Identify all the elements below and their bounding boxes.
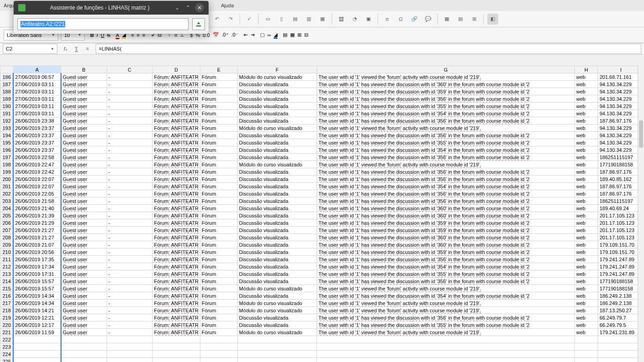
col-header-D[interactable]: D [153, 66, 200, 73]
row-header[interactable]: 212 [0, 263, 14, 270]
cell-style-icon[interactable]: ▦ [290, 32, 295, 38]
row-header[interactable]: 201 [0, 183, 14, 190]
table-row[interactable]: 224 [0, 351, 644, 358]
row-header[interactable]: 209 [0, 241, 14, 248]
table-row[interactable]: 189 27/06/2019 03:11 Guest user - Fórum:… [0, 95, 644, 103]
table-row[interactable]: 214 26/06/2019 15:57 Guest user - Fórum:… [0, 278, 644, 285]
border-color-icon[interactable]: ◢ [274, 32, 277, 38]
table-row[interactable]: 188 27/06/2019 03:11 Guest user - Fórum:… [0, 88, 644, 95]
table-row[interactable]: 197 26/06/2019 22:58 Guest user - Fórum:… [0, 154, 644, 161]
shrink-dialog-button[interactable] [192, 18, 205, 30]
close-icon[interactable]: ✕ [195, 3, 204, 12]
date-icon[interactable]: 📅 [213, 32, 219, 38]
table-row[interactable]: 206 26/06/2019 21:29 Guest user - Fórum:… [0, 219, 644, 227]
table-row[interactable]: 205 26/06/2019 21:39 Guest user - Fórum:… [0, 212, 644, 219]
sort-asc-icon[interactable]: ▤ [290, 14, 301, 25]
row-header[interactable]: 223 [0, 343, 14, 351]
table-row[interactable]: 187 27/06/2019 03:11 Guest user - Fórum:… [0, 81, 644, 88]
table-row[interactable]: 221 26/06/2019 11:59 Guest user - Fórum:… [0, 329, 644, 336]
split-icon[interactable]: ⊞ [469, 14, 480, 25]
col-header-G[interactable]: G [317, 66, 575, 73]
chart-icon[interactable]: ◔ [349, 14, 360, 25]
row-header[interactable]: 195 [0, 139, 14, 146]
table-row[interactable]: 208 26/06/2019 21:27 Guest user - Fórum:… [0, 234, 644, 241]
row-header[interactable]: 222 [0, 336, 14, 343]
row-header[interactable]: 221 [0, 329, 14, 336]
row-header[interactable]: 213 [0, 270, 14, 278]
spreadsheet-grid[interactable]: ABCDEFGHI 186 27/06/2019 06:57 Guest use… [0, 66, 644, 362]
row-header[interactable]: 217 [0, 300, 14, 307]
row-header[interactable]: 193 [0, 124, 14, 132]
cell-reference-input[interactable]: C2▼ [3, 44, 57, 54]
row-header[interactable]: 218 [0, 307, 14, 314]
table-row[interactable]: 193 26/06/2019 23:37 Guest user - Fórum:… [0, 124, 644, 132]
row-header[interactable]: 186 [0, 73, 14, 81]
assistant-range-input[interactable]: Anfiteatro.A2:I221 [17, 18, 189, 30]
row-header[interactable]: 189 [0, 95, 14, 103]
equals-icon[interactable]: = [83, 44, 92, 53]
row-header[interactable]: 191 [0, 110, 14, 117]
omega-icon[interactable]: Ω [395, 14, 406, 25]
table-row[interactable]: 200 26/06/2019 22:07 Guest user - Fórum:… [0, 176, 644, 183]
scrollbar-thumb[interactable] [639, 120, 643, 148]
row-header[interactable]: 194 [0, 132, 14, 139]
undo-icon[interactable]: ↶ [211, 14, 222, 25]
table-row[interactable]: 211 26/06/2019 17:35 Guest user - Fórum:… [0, 256, 644, 263]
row-header[interactable]: 196 [0, 146, 14, 154]
row-header[interactable]: 215 [0, 285, 14, 292]
chevron-down-icon[interactable]: ⌄ [173, 4, 181, 12]
spellcheck-icon[interactable]: ✓ [244, 14, 255, 25]
table-row[interactable]: 204 26/06/2019 21:40 Guest user - Fórum:… [0, 205, 644, 212]
row-header[interactable]: 210 [0, 248, 14, 256]
col-header-H[interactable]: H [575, 66, 598, 73]
table-row[interactable]: 223 [0, 343, 644, 351]
table-row[interactable]: 209 26/06/2019 21:07 Guest user - Fórum:… [0, 241, 644, 248]
col-header-F[interactable]: F [237, 66, 317, 73]
table-row[interactable]: 225 [0, 358, 644, 362]
row-header[interactable]: 203 [0, 197, 14, 205]
row-header[interactable]: 199 [0, 168, 14, 176]
freeze-icon[interactable]: ▤ [455, 14, 466, 25]
borders-icon[interactable]: ▢ [260, 32, 265, 38]
row-header[interactable]: 187 [0, 81, 14, 88]
row-header[interactable]: 224 [0, 351, 14, 358]
row-header[interactable]: 211 [0, 256, 14, 263]
table-row[interactable]: 217 26/06/2019 14:34 Guest user - Fórum:… [0, 300, 644, 307]
row-header[interactable]: 216 [0, 292, 14, 300]
row-header[interactable]: 206 [0, 219, 14, 227]
border-style-icon[interactable]: ═ [267, 32, 271, 38]
table-row[interactable]: 190 27/06/2019 03:11 Guest user - Fórum:… [0, 103, 644, 110]
headers-icon[interactable]: ▦ [441, 14, 452, 25]
table-row[interactable]: 196 26/06/2019 23:37 Guest user - Fórum:… [0, 146, 644, 154]
table-row[interactable]: 198 26/06/2019 22:47 Guest user - Fórum:… [0, 161, 644, 168]
sidebar-toggle-icon[interactable]: ◧ [487, 14, 498, 25]
redo-icon[interactable]: ↷ [225, 14, 236, 25]
sum-icon[interactable]: ∑ [72, 44, 81, 53]
row-header[interactable]: 198 [0, 161, 14, 168]
row-header[interactable]: 197 [0, 154, 14, 161]
table-row[interactable]: 201 26/06/2019 22:07 Guest user - Fórum:… [0, 183, 644, 190]
comment-icon[interactable]: 💬 [423, 14, 434, 25]
table-row[interactable]: 192 26/06/2019 23:38 Guest user - Fórum:… [0, 117, 644, 124]
row-header[interactable]: 188 [0, 88, 14, 95]
table-row[interactable]: 202 26/06/2019 22:05 Guest user - Fórum:… [0, 190, 644, 197]
formula-input[interactable]: =LINHAS( [96, 44, 641, 54]
table-row[interactable]: 203 26/06/2019 21:58 Guest user - Fórum:… [0, 197, 644, 205]
table-row[interactable]: 215 26/06/2019 15:57 Guest user - Fórum:… [0, 285, 644, 292]
row-icon[interactable]: ▭ [262, 14, 273, 25]
delete-rows-icon[interactable]: ⊟ [304, 32, 308, 38]
insert-rows-icon[interactable]: ⊞ [297, 32, 302, 38]
decimal-dec-icon[interactable]: .0⁻ [231, 32, 238, 38]
decimal-inc-icon[interactable]: .0⁺ [222, 32, 229, 38]
table-row[interactable]: 186 27/06/2019 06:57 Guest user - Fórum:… [0, 73, 644, 81]
table-row[interactable]: 219 26/06/2019 12:21 Guest user - Fórum:… [0, 314, 644, 321]
column-icon[interactable]: ▯ [276, 14, 287, 25]
table-row[interactable]: 195 26/06/2019 23:37 Guest user - Fórum:… [0, 139, 644, 146]
vertical-scrollbar[interactable] [638, 66, 644, 362]
row-header[interactable]: 208 [0, 234, 14, 241]
table-row[interactable]: 210 26/06/2019 20:56 Guest user - Fórum:… [0, 248, 644, 256]
menu-help[interactable]: Ajuda [221, 3, 234, 8]
row-header[interactable]: 214 [0, 278, 14, 285]
row-header[interactable]: 220 [0, 321, 14, 329]
row-header[interactable]: 219 [0, 314, 14, 321]
